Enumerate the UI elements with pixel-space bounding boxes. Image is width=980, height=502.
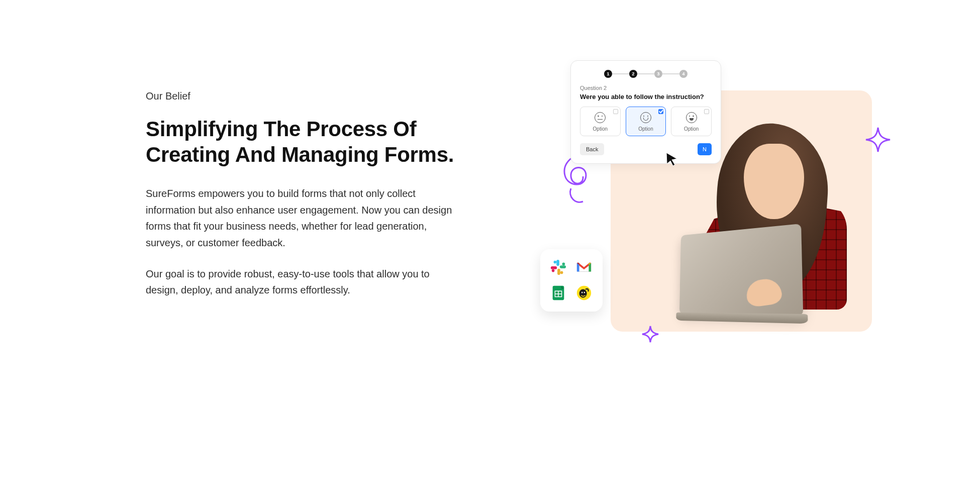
headline: Simplifying The Process Of Creating And … <box>146 116 460 167</box>
option-1[interactable]: Option <box>580 107 621 136</box>
person-with-laptop-illustration <box>671 114 862 335</box>
integrations-card <box>540 249 603 312</box>
step-connector <box>637 73 654 74</box>
svg-rect-2 <box>557 269 560 275</box>
text-column: Our Belief Simplifying The Process Of Cr… <box>108 20 460 314</box>
option-2-selected[interactable]: Option <box>626 107 666 136</box>
form-stepper: 1 2 3 4 <box>580 70 712 78</box>
mailchimp-icon <box>574 283 594 303</box>
hero-illustration: 1 2 3 4 Question 2 Were you able to foll… <box>550 60 872 342</box>
back-button[interactable]: Back <box>580 143 604 155</box>
laptop <box>679 224 803 316</box>
svg-rect-0 <box>556 260 559 266</box>
svg-rect-3 <box>551 266 557 269</box>
step-2: 2 <box>629 70 637 78</box>
gmail-icon <box>574 257 594 277</box>
paragraph-2: Our goal is to provide robust, easy-to-u… <box>146 266 457 298</box>
option-label: Option <box>638 126 653 132</box>
sparkle-small-icon <box>641 325 660 344</box>
face-neutral-icon <box>595 112 606 123</box>
svg-point-5 <box>562 263 565 266</box>
step-connector <box>662 73 679 74</box>
about-belief-section: Our Belief Simplifying The Process Of Cr… <box>108 0 872 362</box>
question-text: Were you able to follow the instruction? <box>580 93 712 101</box>
sparkle-large-icon <box>864 126 892 154</box>
svg-rect-1 <box>560 265 566 268</box>
step-connector <box>612 73 629 74</box>
face-happy-icon <box>640 112 651 123</box>
eyebrow-label: Our Belief <box>146 90 460 102</box>
checkbox-icon <box>613 109 618 114</box>
step-1: 1 <box>604 70 612 78</box>
svg-point-17 <box>584 292 585 293</box>
svg-point-7 <box>552 269 555 272</box>
google-sheets-icon <box>548 283 568 303</box>
svg-point-16 <box>581 292 583 293</box>
svg-point-6 <box>560 271 563 274</box>
question-number-label: Question 2 <box>580 85 712 91</box>
option-label: Option <box>593 126 608 132</box>
step-3: 3 <box>654 70 662 78</box>
slack-icon <box>548 257 568 277</box>
step-4: 4 <box>679 70 688 78</box>
svg-point-4 <box>554 261 557 264</box>
paragraph-1: SureForms empowers you to build forms th… <box>146 185 457 251</box>
checkbox-checked-icon <box>658 109 663 114</box>
